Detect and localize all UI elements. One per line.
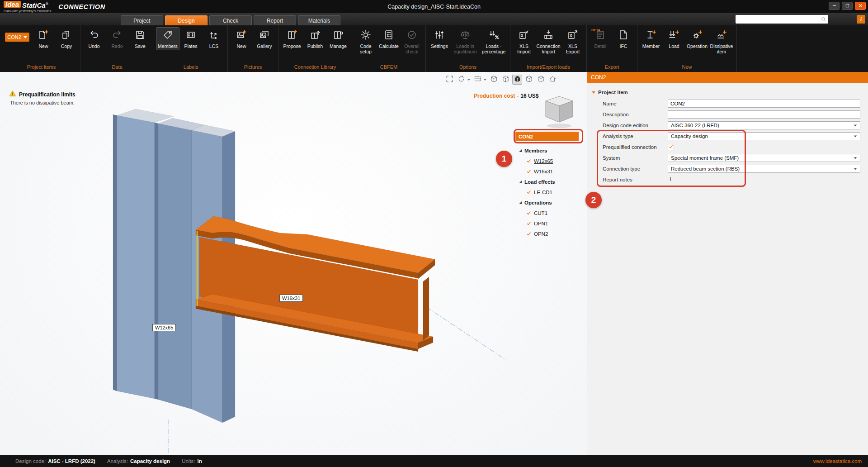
group-label-connection-library: Connection Library: [281, 63, 349, 72]
project-item-selector[interactable]: CON2: [5, 33, 29, 42]
checkmark-icon[interactable]: [526, 221, 532, 226]
tree-item-opn1[interactable]: OPN1: [515, 218, 585, 229]
new-member-button[interactable]: Member: [640, 28, 662, 50]
group-label-pictures: Pictures: [230, 63, 276, 72]
column-label[interactable]: W12x65: [152, 324, 176, 331]
ifc-export-button[interactable]: IFC: [612, 28, 635, 50]
design-code-edition-select[interactable]: AISC 360-22 (LRFD): [668, 121, 860, 129]
system-select[interactable]: Special moment frame (SMF): [668, 154, 860, 162]
loads-in-equilibrium-button[interactable]: Loads in equilibrium: [451, 28, 479, 55]
analysis-type-select[interactable]: Capacity design: [668, 132, 860, 140]
group-label-labels: Labels: [156, 63, 225, 72]
tree-group-load-effects[interactable]: Load effects: [515, 176, 585, 187]
group-label-export: Export: [589, 63, 635, 72]
design-code-label: Design code:: [15, 458, 46, 464]
close-button[interactable]: [855, 2, 866, 10]
code-setup-button[interactable]: Code setup: [354, 28, 377, 55]
info-button[interactable]: i: [857, 15, 865, 24]
tab-design[interactable]: Design: [165, 15, 208, 25]
tree-item-w12x65[interactable]: W12x65: [515, 156, 585, 166]
detail-export-button[interactable]: BETADetail: [589, 28, 612, 50]
loads-percentage-button[interactable]: Loads - percentage: [480, 28, 508, 55]
clipping-button[interactable]: [472, 75, 482, 85]
redo-button[interactable]: Redo: [106, 28, 128, 50]
propose-button[interactable]: Propose: [281, 28, 303, 50]
xls-export-button[interactable]: XLS Export: [561, 28, 584, 55]
search-input[interactable]: [737, 17, 821, 22]
chevron-down-icon: [854, 124, 857, 126]
name-field[interactable]: [668, 100, 860, 108]
tree-item-w16x31[interactable]: W16x31: [515, 166, 585, 176]
undo-icon: [89, 29, 99, 42]
add-report-note-button[interactable]: [668, 176, 674, 184]
new-dissipative-item-button[interactable]: Dissipative item: [709, 28, 734, 55]
tree-group-operations[interactable]: Operations: [515, 197, 585, 208]
clipping-dropdown-icon[interactable]: [484, 79, 486, 81]
checkmark-icon[interactable]: [526, 169, 532, 174]
logo-statica: StatiCa®: [22, 0, 48, 9]
manage-button[interactable]: Manage: [327, 28, 349, 50]
home-view-button[interactable]: [547, 75, 557, 85]
tree-item-le-cd1[interactable]: LE-CD1: [515, 187, 585, 197]
view-hidden-lines-button[interactable]: [500, 75, 510, 85]
tab-check[interactable]: Check: [209, 15, 252, 25]
tab-materials[interactable]: Materials: [298, 15, 340, 25]
labels-plates-toggle[interactable]: Plates: [179, 28, 202, 50]
maximize-button[interactable]: [842, 2, 853, 10]
operation-gear-icon: [692, 29, 703, 42]
publish-button[interactable]: Publish: [304, 28, 326, 50]
panel-header: CON2: [587, 72, 868, 83]
minimize-button[interactable]: [829, 2, 840, 10]
tab-project[interactable]: Project: [121, 15, 163, 25]
fit-view-button[interactable]: [444, 75, 454, 85]
new-load-button[interactable]: Load: [663, 28, 685, 50]
collapse-triangle-icon: [519, 180, 522, 183]
overall-check-button[interactable]: Overall check: [401, 28, 423, 55]
connection-import-button[interactable]: Connection Import: [536, 28, 561, 55]
tree-group-members[interactable]: Members: [515, 145, 585, 156]
checkmark-icon[interactable]: [526, 158, 532, 164]
dissipative-item-icon: [716, 29, 727, 42]
section-project-item[interactable]: Project item: [587, 87, 868, 97]
manage-icon: [333, 29, 344, 42]
checkmark-icon[interactable]: [526, 210, 532, 216]
tree-item-cut1[interactable]: CUT1: [515, 208, 585, 218]
project-tree: CON2 Members W12x65 W16x31 Load effects …: [515, 132, 585, 239]
view-axonometry-button[interactable]: [489, 75, 499, 85]
loads-percentage-icon: [488, 29, 499, 42]
gallery-button[interactable]: Gallery: [253, 28, 276, 50]
beam-label[interactable]: W16x31: [279, 295, 303, 302]
tree-root-con2[interactable]: CON2: [515, 132, 579, 141]
connection-type-select[interactable]: Reduced beam section (RBS): [668, 165, 860, 173]
load-arrows-icon: [669, 29, 679, 42]
view-solid-button[interactable]: [512, 75, 522, 85]
group-label-cbfem: CBFEM: [354, 63, 423, 72]
prequalified-connection-checkbox[interactable]: [668, 144, 674, 150]
chevron-down-icon: [854, 135, 857, 137]
view-wireframe-button[interactable]: [536, 75, 546, 85]
description-field[interactable]: [668, 110, 860, 119]
new-picture-button[interactable]: New: [230, 28, 253, 50]
settings-button[interactable]: Settings: [428, 28, 451, 50]
save-button[interactable]: Save: [129, 28, 151, 50]
checkmark-icon[interactable]: [526, 231, 532, 237]
xls-import-button[interactable]: XLS Import: [513, 28, 535, 55]
view-transparent-button[interactable]: [524, 75, 534, 85]
tab-report[interactable]: Report: [254, 15, 296, 25]
3d-viewport[interactable]: W12x65 W16x31 Prequalification limits Th…: [0, 72, 587, 455]
website-link[interactable]: www.ideastatica.com: [813, 458, 862, 464]
new-operation-button[interactable]: Operation: [686, 28, 708, 50]
labels-lcs-toggle[interactable]: LCS: [203, 28, 225, 50]
3d-model-canvas[interactable]: [0, 72, 587, 455]
orbit-dropdown-icon[interactable]: [467, 79, 470, 81]
calculate-button[interactable]: Calculate: [377, 28, 400, 50]
undo-button[interactable]: Undo: [83, 28, 105, 50]
navigation-cube[interactable]: [540, 94, 578, 132]
labels-members-toggle[interactable]: Members: [156, 28, 179, 50]
checkmark-icon[interactable]: [526, 190, 532, 195]
orbit-view-button[interactable]: [456, 75, 466, 85]
new-project-item-button[interactable]: New: [32, 28, 55, 50]
tree-item-opn2[interactable]: OPN2: [515, 229, 585, 239]
row-prequalified-connection: Prequalified connection: [587, 142, 868, 152]
copy-project-item-button[interactable]: Copy: [55, 28, 78, 50]
